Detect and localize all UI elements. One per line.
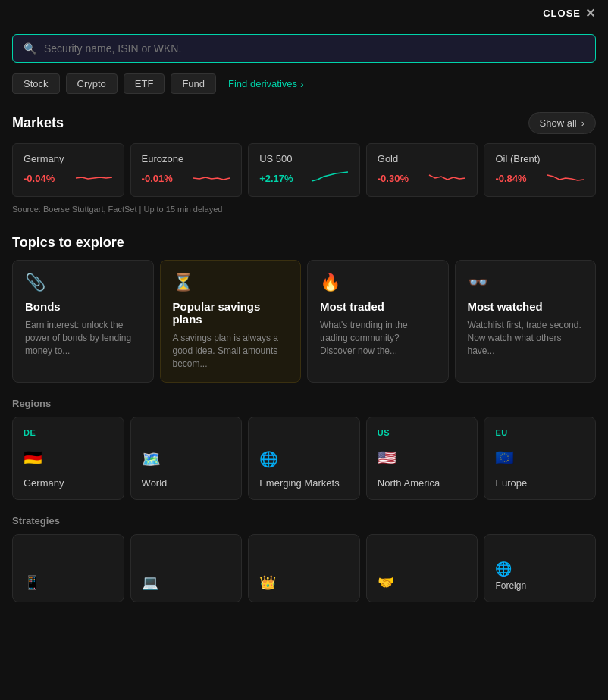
- region-tag: DE: [24, 428, 36, 437]
- market-change: +2.17%: [259, 173, 293, 184]
- topics-header: Topics to explore: [0, 229, 608, 260]
- region-name: World: [142, 477, 168, 489]
- strategy-card[interactable]: 🤝: [366, 534, 478, 602]
- search-icon: 🔍: [24, 42, 36, 55]
- market-value-row: -0.01%: [142, 169, 231, 187]
- region-card[interactable]: 🗺️ World: [130, 417, 243, 500]
- strategy-name: Foreign: [495, 580, 584, 591]
- strategy-card[interactable]: 👑: [248, 534, 360, 602]
- filter-row: Stock Crypto ETF Fund Find derivatives ›: [0, 73, 608, 106]
- topic-title: Bonds: [25, 300, 141, 313]
- region-icon: 🌐: [259, 450, 278, 468]
- topic-icon: ⏳: [173, 273, 289, 292]
- close-label: CLOSE: [543, 8, 581, 19]
- market-card[interactable]: Oil (Brent) -0.84%: [484, 143, 596, 197]
- region-name: Emerging Markets: [259, 477, 339, 489]
- region-icon: 🇺🇸: [378, 448, 396, 467]
- market-value-row: -0.84%: [495, 169, 584, 187]
- market-value-row: -0.04%: [24, 169, 113, 187]
- region-icon: 🇪🇺: [495, 448, 514, 467]
- topics-grid: 📎 Bonds Earn interest: unlock the power …: [0, 260, 608, 383]
- market-change: -0.01%: [142, 173, 173, 184]
- pill-stock[interactable]: Stock: [12, 73, 60, 94]
- region-card[interactable]: DE 🇩🇪 Germany: [12, 417, 124, 500]
- sparkline-chart: [75, 169, 113, 187]
- regions-label: Regions: [0, 398, 608, 417]
- region-name: Germany: [24, 477, 64, 489]
- region-name: North America: [378, 477, 440, 489]
- search-box[interactable]: 🔍: [12, 34, 596, 63]
- market-card[interactable]: Germany -0.04%: [12, 143, 124, 197]
- topic-desc: A savings plan is always a good idea. Sm…: [173, 332, 289, 370]
- market-name: Eurozone: [142, 153, 231, 164]
- region-icon: 🇩🇪: [24, 448, 42, 467]
- region-name: Europe: [495, 477, 527, 489]
- market-name: Oil (Brent): [495, 153, 584, 164]
- market-change: -0.30%: [378, 173, 409, 184]
- sparkline-chart: [311, 169, 349, 187]
- market-value-row: +2.17%: [259, 169, 349, 187]
- strategy-card[interactable]: 📱: [12, 534, 124, 602]
- search-input[interactable]: [44, 42, 584, 55]
- markets-row: Germany -0.04% Eurozone -0.01% US 500 +2…: [0, 143, 608, 197]
- regions-row: DE 🇩🇪 Germany 🗺️ World 🌐 Emerging Market…: [0, 417, 608, 500]
- strategy-icon: 🤝: [378, 574, 467, 591]
- market-name: Germany: [24, 153, 113, 164]
- pill-crypto[interactable]: Crypto: [66, 73, 118, 94]
- show-all-label: Show all: [540, 117, 577, 129]
- strategy-card[interactable]: 💻: [130, 534, 243, 602]
- region-tag: EU: [495, 428, 507, 437]
- search-container: 🔍: [0, 27, 608, 73]
- top-bar: CLOSE ✕: [0, 0, 608, 27]
- markets-header: Markets Show all ›: [0, 106, 608, 143]
- pill-fund[interactable]: Fund: [171, 73, 216, 94]
- market-card[interactable]: Eurozone -0.01%: [130, 143, 243, 197]
- close-button[interactable]: CLOSE ✕: [543, 6, 596, 20]
- topic-card[interactable]: 📎 Bonds Earn interest: unlock the power …: [12, 260, 154, 383]
- topic-title: Popular savings plans: [173, 300, 289, 326]
- markets-title: Markets: [12, 115, 64, 131]
- topic-card[interactable]: 🔥 Most traded What's trending in the tra…: [307, 260, 449, 383]
- topic-desc: What's trending in the trading community…: [320, 319, 436, 357]
- market-name: US 500: [259, 153, 349, 164]
- topics-title: Topics to explore: [12, 235, 124, 251]
- topic-icon: 🔥: [320, 273, 436, 292]
- topic-icon: 📎: [25, 273, 141, 292]
- source-text: Source: Boerse Stuttgart, FactSet | Up t…: [0, 197, 608, 229]
- market-card[interactable]: US 500 +2.17%: [248, 143, 360, 197]
- market-card[interactable]: Gold -0.30%: [366, 143, 478, 197]
- region-card[interactable]: 🌐 Emerging Markets: [248, 417, 360, 500]
- find-derivatives-label: Find derivatives: [228, 78, 297, 89]
- region-tag: US: [378, 428, 390, 437]
- chevron-right-icon: ›: [581, 117, 584, 129]
- chevron-right-icon: ›: [300, 78, 304, 90]
- pill-etf[interactable]: ETF: [124, 73, 165, 94]
- find-derivatives-link[interactable]: Find derivatives ›: [228, 78, 304, 90]
- market-value-row: -0.30%: [378, 169, 467, 187]
- strategies-row: 📱 💻 👑 🤝 🌐 Foreign: [0, 534, 608, 602]
- strategy-icon: 💻: [142, 574, 231, 591]
- market-name: Gold: [378, 153, 467, 164]
- sparkline-chart: [547, 169, 584, 187]
- topic-desc: Watchlist first, trade second. Now watch…: [468, 319, 584, 357]
- topic-title: Most traded: [320, 300, 436, 313]
- strategy-icon: 🌐: [495, 561, 584, 577]
- region-card[interactable]: EU 🇪🇺 Europe: [484, 417, 596, 500]
- sparkline-chart: [428, 169, 466, 187]
- strategy-card[interactable]: 🌐 Foreign: [484, 534, 596, 602]
- strategies-label: Strategies: [0, 515, 608, 534]
- strategy-icon: 👑: [259, 574, 349, 591]
- market-change: -0.84%: [495, 173, 526, 184]
- show-all-button[interactable]: Show all ›: [528, 112, 596, 134]
- region-icon: 🗺️: [142, 450, 161, 468]
- sparkline-chart: [193, 169, 230, 187]
- strategy-icon: 📱: [24, 574, 113, 591]
- close-icon: ✕: [585, 6, 596, 20]
- topic-title: Most watched: [468, 300, 584, 313]
- topic-card[interactable]: ⏳ Popular savings plans A savings plan i…: [160, 260, 302, 383]
- topic-desc: Earn interest: unlock the power of bonds…: [25, 319, 141, 357]
- region-card[interactable]: US 🇺🇸 North America: [366, 417, 478, 500]
- market-change: -0.04%: [24, 173, 55, 184]
- topic-card[interactable]: 👓 Most watched Watchlist first, trade se…: [455, 260, 597, 383]
- topic-icon: 👓: [468, 273, 584, 292]
